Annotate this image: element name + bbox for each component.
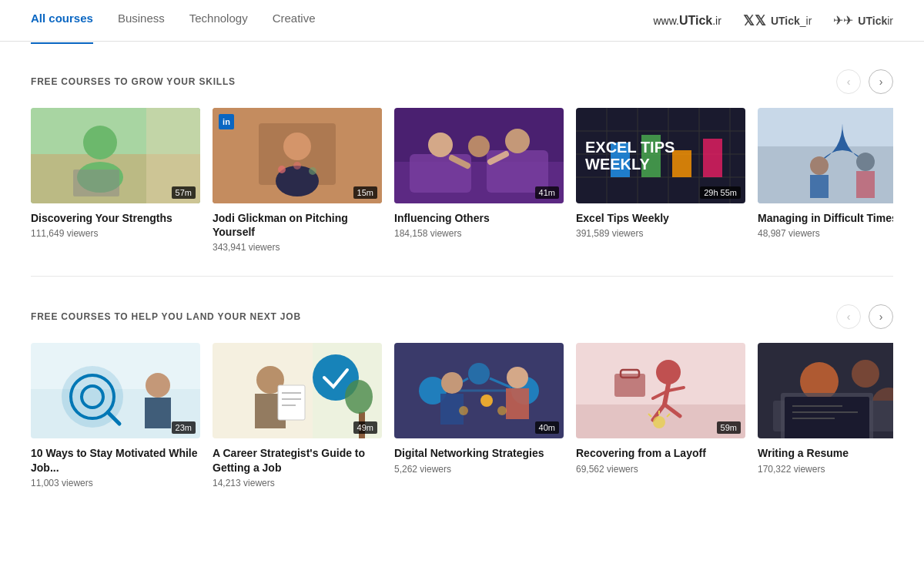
prev-arrow-job[interactable]: ‹ [836, 304, 861, 329]
svg-point-18 [428, 133, 453, 157]
viewers-networking: 5,262 viewers [394, 464, 564, 475]
nav-arrows-job: ‹ › [836, 304, 893, 329]
svg-point-77 [656, 360, 681, 384]
svg-rect-49 [145, 398, 171, 428]
viewers-motivated: 11,003 viewers [31, 478, 200, 488]
svg-point-68 [441, 372, 463, 394]
title-networking: Digital Networking Strategies [394, 446, 564, 460]
svg-rect-40 [810, 175, 829, 198]
duration-influencing: 41m [535, 186, 559, 199]
course-thumb-excel: EXCEL TIPSWEEKLY 29h 55m [576, 108, 745, 203]
viewers-influencing: 184,158 viewers [394, 228, 564, 239]
svg-point-48 [146, 373, 170, 398]
course-thumb-motivated: 23m [31, 343, 200, 438]
svg-point-19 [505, 129, 530, 153]
course-card-influencing[interactable]: 41m Influencing Others 184,158 viewers [394, 108, 564, 253]
tab-technology[interactable]: Technology [189, 0, 248, 44]
viewers-jodi: 343,941 viewers [213, 242, 382, 253]
svg-point-74 [497, 406, 507, 415]
svg-point-63 [468, 363, 490, 384]
course-card-resume[interactable]: 45m Writing a Resume 170,322 viewers [758, 343, 893, 488]
svg-point-60 [345, 380, 373, 414]
course-thumb-resume: 45m [758, 343, 893, 438]
duration-motivated: 23m [172, 421, 196, 434]
svg-rect-71 [506, 388, 529, 419]
section-header-grow: FREE COURSES TO GROW YOUR SKILLS ‹ › [31, 69, 893, 94]
duration-jodi: 15m [353, 186, 377, 199]
courses-row-grow: 57m Discovering Your Strengths 111,649 v… [31, 108, 893, 253]
viewers-career: 14,213 viewers [213, 478, 382, 488]
excel-title-overlay: EXCEL TIPSWEEKLY [585, 139, 736, 173]
svg-point-9 [283, 133, 311, 160]
svg-point-11 [278, 166, 286, 173]
svg-point-12 [293, 162, 301, 170]
section-title-job: FREE COURSES TO HELP YOU LAND YOUR NEXT … [31, 311, 301, 322]
telegram-text: UTickir [858, 15, 893, 27]
course-thumb-career: 49m [213, 343, 382, 438]
title-influencing: Influencing Others [394, 211, 564, 225]
course-card-stay-motivated[interactable]: 23m 10 Ways to Stay Motivated While Job.… [31, 343, 200, 488]
brand-area: www.UTick.ir 𝕏 UTick_ir ✈ UTickir [654, 12, 894, 29]
tab-all-courses[interactable]: All courses [31, 0, 93, 44]
tab-business[interactable]: Business [118, 0, 165, 44]
nav-arrows-grow: ‹ › [836, 69, 893, 94]
brand-url: www.UTick.ir [654, 14, 721, 28]
viewers-resume: 170,322 viewers [758, 464, 893, 475]
title-excel: Excel Tips Weekly [576, 211, 745, 225]
svg-point-70 [507, 367, 528, 388]
viewers-discovering: 111,649 viewers [31, 228, 200, 239]
svg-point-20 [468, 136, 490, 157]
duration-networking: 40m [535, 421, 559, 434]
duration-layoff: 59m [717, 421, 741, 434]
svg-rect-96 [785, 397, 869, 438]
viewers-excel: 391,589 viewers [576, 228, 745, 239]
svg-rect-41 [856, 171, 875, 198]
svg-point-39 [856, 153, 875, 171]
telegram-handle: ✈ UTickir [833, 13, 893, 28]
linkedin-badge-jodi: in [219, 114, 234, 129]
duration-discovering: 57m [172, 186, 196, 199]
twitter-handle: 𝕏 UTick_ir [743, 12, 812, 29]
course-thumb-layoff: 59m [576, 343, 745, 438]
next-arrow-grow[interactable]: › [869, 69, 893, 94]
twitter-icon: 𝕏 [743, 12, 766, 29]
title-layoff: Recovering from a Layoff [576, 446, 745, 460]
svg-point-72 [480, 394, 493, 407]
svg-rect-55 [278, 385, 305, 420]
title-career: A Career Strategist's Guide to Getting a… [213, 446, 382, 474]
telegram-icon: ✈ [833, 13, 853, 28]
title-discovering: Discovering Your Strengths [31, 211, 200, 225]
svg-rect-4 [73, 170, 119, 196]
course-card-layoff[interactable]: 59m Recovering from a Layoff 69,562 view… [576, 343, 745, 488]
section-title-grow: FREE COURSES TO GROW YOUR SKILLS [31, 76, 236, 87]
title-motivated: 10 Ways to Stay Motivated While Job... [31, 446, 200, 474]
section-header-job: FREE COURSES TO HELP YOU LAND YOUR NEXT … [31, 304, 893, 329]
title-jodi: Jodi Glickman on Pitching Yourself [213, 211, 382, 239]
course-thumb-discovering-strengths: 57m [31, 108, 200, 203]
title-managing: Managing in Difficult Times [758, 211, 893, 225]
duration-excel: 29h 55m [700, 186, 741, 199]
svg-point-38 [810, 156, 829, 175]
course-card-networking[interactable]: 40m Digital Networking Strategies 5,262 … [394, 343, 564, 488]
twitter-text: UTick_ir [771, 15, 812, 27]
svg-point-73 [459, 406, 468, 415]
course-card-excel[interactable]: EXCEL TIPSWEEKLY 29h 55m Excel Tips Week… [576, 108, 745, 253]
svg-point-91 [852, 360, 879, 388]
prev-arrow-grow[interactable]: ‹ [836, 69, 861, 94]
next-arrow-job[interactable]: › [869, 304, 893, 329]
nav-bar: All courses Business Technology Creative… [0, 0, 924, 42]
section-grow-skills: FREE COURSES TO GROW YOUR SKILLS ‹ › [0, 42, 924, 268]
course-card-managing[interactable]: 57m Managing in Difficult Times 48,987 v… [758, 108, 893, 253]
course-card-career-strategist[interactable]: 49m A Career Strategist's Guide to Getti… [213, 343, 382, 488]
course-thumb-jodi: in 15m [213, 108, 382, 203]
course-card-jodi-glickman[interactable]: in 15m Jodi Glickman on Pitching Yoursel… [213, 108, 382, 253]
tab-creative[interactable]: Creative [273, 0, 316, 44]
svg-point-83 [653, 416, 665, 428]
course-card-discovering-strengths[interactable]: 57m Discovering Your Strengths 111,649 v… [31, 108, 200, 253]
section-next-job: FREE COURSES TO HELP YOU LAND YOUR NEXT … [0, 277, 924, 503]
course-thumb-influencing: 41m [394, 108, 564, 203]
svg-point-2 [83, 126, 117, 159]
viewers-managing: 48,987 viewers [758, 228, 893, 239]
course-thumb-managing: 57m [758, 108, 893, 203]
title-resume: Writing a Resume [758, 446, 893, 460]
